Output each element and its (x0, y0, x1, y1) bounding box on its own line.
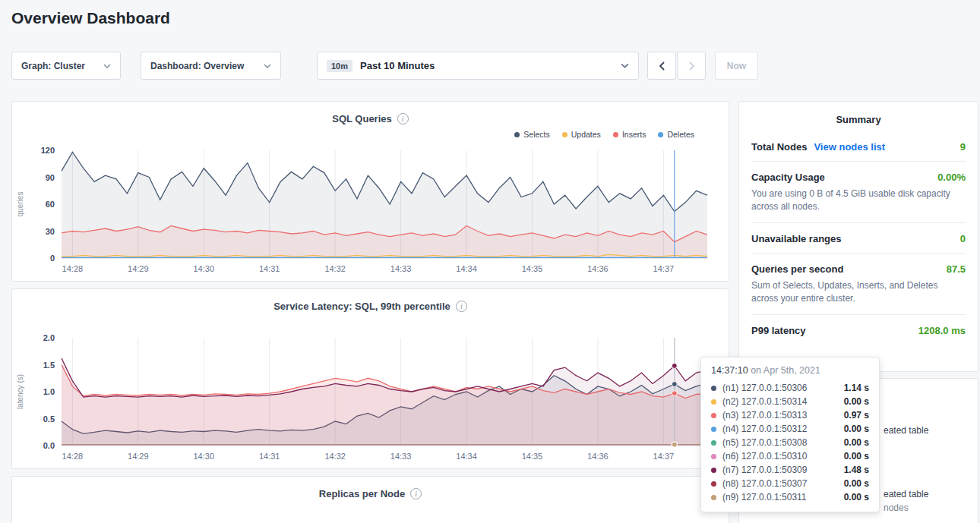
legend-item-selects[interactable]: Selects (514, 130, 549, 139)
info-icon[interactable]: i (397, 113, 409, 124)
chevron-down-icon (264, 64, 271, 68)
node-color-dot (711, 427, 716, 432)
svg-text:14:32: 14:32 (324, 452, 346, 461)
info-icon[interactable]: i (456, 301, 467, 312)
svg-text:14:34: 14:34 (456, 264, 477, 273)
tooltip-header: 14:37:10 on Apr 5th, 2021 (711, 365, 869, 376)
svg-text:14:28: 14:28 (62, 452, 84, 461)
legend-item-deletes[interactable]: Deletes (658, 130, 694, 139)
svg-text:2.0: 2.0 (43, 333, 55, 342)
svg-text:14:35: 14:35 (522, 452, 543, 461)
node-color-dot (711, 399, 716, 405)
legend-color-dot (514, 132, 520, 137)
sql-queries-legend: SelectsUpdatesInsertsDeletes (12, 124, 729, 144)
svg-text:0: 0 (50, 254, 55, 263)
node-color-dot (711, 468, 716, 473)
capacity-usage-value: 0.00% (937, 172, 966, 183)
chevron-right-icon (688, 61, 695, 71)
svg-text:14:36: 14:36 (587, 264, 609, 273)
dashboard-dropdown[interactable]: Dashboard: Overview (141, 52, 281, 80)
event-item-fragment: nodes (884, 503, 909, 513)
replicas-per-node-card: Replicas per Node i (11, 476, 729, 523)
capacity-usage-label: Capacity Usage (751, 172, 825, 183)
tooltip-row: (n6) 127.0.0.1:503100.00 s (711, 449, 869, 463)
svg-text:0.0: 0.0 (43, 441, 55, 450)
event-item-fragment: eated table (884, 425, 928, 436)
chevron-down-icon (103, 64, 111, 68)
tooltip-row: (n7) 127.0.0.1:503091.48 s (711, 463, 869, 477)
svg-text:14:35: 14:35 (522, 264, 543, 273)
chevron-left-icon (659, 61, 665, 71)
overview-dashboard-page: Overview Dashboard Graph: Cluster Dashbo… (0, 0, 980, 523)
tooltip-row: (n4) 127.0.0.1:503120.00 s (711, 422, 869, 436)
replicas-per-node-title: Replicas per Node (319, 488, 405, 499)
view-nodes-list-link[interactable]: View nodes list (814, 141, 885, 153)
tooltip-node-label: (n5) 127.0.0.1:50308 (722, 437, 807, 448)
svg-text:14:29: 14:29 (128, 264, 149, 273)
summary-row-queries-per-second: Queries per second 87.5 Sum of Selects, … (751, 253, 966, 314)
queries-per-second-value: 87.5 (947, 263, 966, 275)
service-latency-chart[interactable]: 14:2814:2914:3014:3114:3214:3314:3414:35… (12, 332, 729, 471)
svg-text:14:37: 14:37 (653, 264, 675, 273)
svg-text:14:29: 14:29 (128, 452, 149, 461)
node-color-dot (711, 413, 716, 418)
legend-color-dot (613, 132, 618, 137)
svg-text:120: 120 (41, 146, 55, 155)
toolbar: Graph: Cluster Dashboard: Overview 10m P… (11, 52, 969, 80)
time-range-picker[interactable]: 10m Past 10 Minutes (317, 52, 639, 80)
svg-text:14:31: 14:31 (259, 452, 280, 461)
summary-row-unavailable-ranges: Unavailable ranges 0 (751, 222, 966, 253)
svg-text:30: 30 (46, 227, 55, 236)
total-nodes-value: 9 (960, 141, 966, 153)
tooltip-node-label: (n2) 127.0.0.1:50314 (722, 396, 807, 407)
unavailable-ranges-value: 0 (960, 233, 966, 244)
tooltip-rows: (n1) 127.0.0.1:503061.14 s(n2) 127.0.0.1… (711, 381, 869, 504)
svg-text:latency (s): latency (s) (16, 374, 24, 409)
node-color-dot (711, 454, 716, 459)
tooltip-node-value: 1.48 s (844, 465, 869, 475)
tooltip-node-label: (n8) 127.0.0.1:50307 (722, 478, 807, 489)
svg-text:14:31: 14:31 (259, 264, 280, 273)
sql-queries-chart[interactable]: 14:2814:2914:3014:3114:3214:3314:3414:35… (12, 144, 729, 284)
tooltip-node-value: 0.00 s (844, 437, 869, 448)
tooltip-row: (n9) 127.0.0.1:503110.00 s (711, 490, 869, 504)
tooltip-node-label: (n4) 127.0.0.1:50312 (722, 424, 807, 434)
sql-queries-title: SQL Queries (332, 113, 392, 124)
tooltip-node-value: 0.00 s (844, 451, 869, 462)
capacity-usage-note: You are using 0 B of 4.5 GiB usable disk… (751, 187, 966, 214)
tooltip-node-label: (n6) 127.0.0.1:50310 (722, 451, 807, 462)
time-back-button[interactable] (647, 52, 676, 80)
node-color-dot (711, 481, 716, 487)
svg-text:60: 60 (46, 200, 55, 209)
sql-queries-card: SQL Queries i SelectsUpdatesInsertsDelet… (11, 101, 729, 282)
tooltip-node-value: 0.00 s (844, 478, 869, 489)
summary-row-p99-latency: P99 latency 1208.0 ms (751, 314, 966, 345)
svg-text:14:33: 14:33 (390, 264, 412, 273)
tooltip-node-label: (n3) 127.0.0.1:50313 (722, 410, 807, 421)
event-item-fragment: eated table (884, 489, 928, 499)
svg-text:14:37: 14:37 (653, 452, 675, 461)
summary-row-capacity-usage: Capacity Usage 0.00% You are using 0 B o… (751, 161, 966, 222)
service-latency-legend (12, 312, 729, 332)
time-range-badge: 10m (327, 60, 352, 72)
info-icon[interactable]: i (410, 488, 422, 499)
legend-item-updates[interactable]: Updates (562, 130, 601, 139)
svg-text:14:36: 14:36 (587, 452, 609, 461)
service-latency-svg[interactable]: 14:2814:2914:3014:3114:3214:3314:3414:35… (12, 332, 722, 468)
time-forward-button[interactable] (677, 52, 706, 80)
tooltip-row: (n5) 127.0.0.1:503080.00 s (711, 436, 869, 449)
service-latency-title: Service Latency: SQL, 99th percentile (273, 301, 450, 312)
svg-text:14:33: 14:33 (390, 452, 412, 461)
node-color-dot (711, 386, 716, 391)
svg-text:0.5: 0.5 (43, 414, 55, 424)
now-button[interactable]: Now (715, 52, 758, 80)
sql-queries-svg[interactable]: 14:2814:2914:3014:3114:3214:3314:3414:35… (12, 144, 722, 281)
legend-label: Selects (523, 130, 549, 139)
time-range-label: Past 10 Minutes (360, 60, 435, 71)
legend-item-inserts[interactable]: Inserts (613, 130, 646, 139)
tooltip-row: (n3) 127.0.0.1:503130.97 s (711, 408, 869, 422)
p99-latency-value: 1208.0 ms (918, 325, 966, 336)
graph-dropdown[interactable]: Graph: Cluster (11, 52, 121, 80)
unavailable-ranges-label: Unavailable ranges (751, 233, 842, 244)
tooltip-row: (n2) 127.0.0.1:503140.00 s (711, 395, 869, 408)
